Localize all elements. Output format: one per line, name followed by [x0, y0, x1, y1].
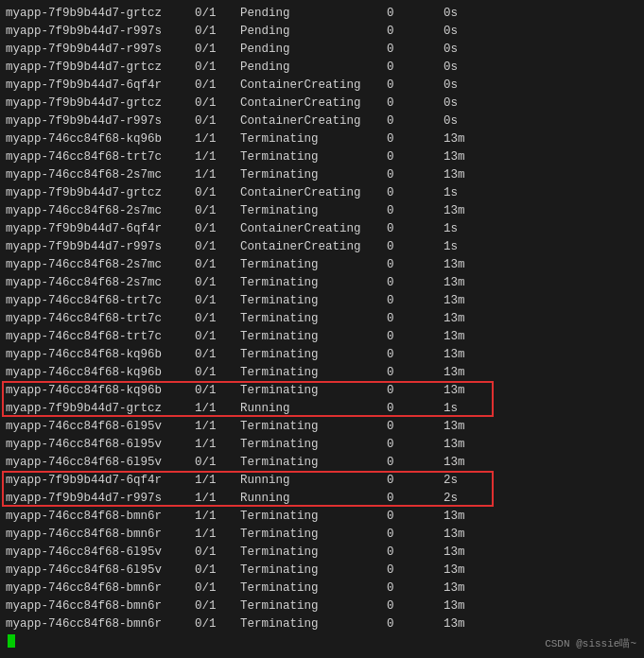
pod-age: 2s: [444, 474, 500, 487]
pod-restarts: 0: [387, 348, 444, 361]
table-row: myapp-746cc84f68-trt7c 1/1 Terminating 0…: [2, 147, 642, 165]
pod-restarts: 0: [387, 528, 444, 541]
pod-name: myapp-7f9b9b44d7-grtcz: [6, 402, 195, 415]
pod-restarts: 0: [387, 384, 444, 397]
pod-ready: 0/1: [195, 330, 240, 343]
pod-name: myapp-7f9b9b44d7-grtcz: [6, 96, 195, 110]
table-row: myapp-7f9b9b44d7-r997s 0/1 Pending 0 0s: [2, 22, 642, 40]
pod-name: myapp-7f9b9b44d7-grtcz: [6, 7, 195, 20]
pod-status: ContainerCreating: [240, 114, 387, 128]
pod-name: myapp-746cc84f68-trt7c: [6, 150, 195, 164]
pod-name: myapp-746cc84f68-kq96b: [6, 132, 195, 146]
pod-age: 13m: [444, 438, 500, 451]
pod-name: myapp-746cc84f68-bmn6r: [6, 581, 195, 595]
pod-restarts: 0: [387, 168, 444, 182]
pod-restarts: 0: [387, 474, 444, 487]
table-row: myapp-7f9b9b44d7-r997s 0/1 Pending 0 0s: [2, 40, 642, 58]
pod-age: 13m: [444, 545, 500, 559]
table-row: myapp-746cc84f68-6l95v 1/1 Terminating 0…: [2, 417, 642, 435]
table-row: myapp-7f9b9b44d7-grtcz 0/1 Pending 0 0s: [2, 58, 642, 76]
pod-status: Pending: [240, 61, 387, 74]
table-row: myapp-746cc84f68-trt7c 0/1 Terminating 0…: [2, 327, 642, 345]
pod-ready: 0/1: [195, 563, 240, 577]
pod-restarts: 0: [387, 617, 444, 631]
pod-ready: 0/1: [195, 617, 240, 631]
pod-status: ContainerCreating: [240, 186, 387, 199]
pod-status: Pending: [240, 7, 387, 20]
pod-ready: 0/1: [195, 294, 240, 307]
pod-status: Terminating: [240, 599, 387, 613]
pod-status: Terminating: [240, 617, 387, 631]
pod-name: myapp-746cc84f68-6l95v: [6, 563, 195, 577]
pod-name: myapp-746cc84f68-bmn6r: [6, 617, 195, 631]
pod-restarts: 0: [387, 420, 444, 433]
pod-status: Terminating: [240, 384, 387, 397]
pod-restarts: 0: [387, 402, 444, 415]
table-row: myapp-746cc84f68-bmn6r 0/1 Terminating 0…: [2, 597, 642, 615]
pod-name: myapp-7f9b9b44d7-6qf4r: [6, 78, 195, 92]
pod-name: myapp-7f9b9b44d7-r997s: [6, 114, 195, 128]
pod-status: Running: [240, 402, 387, 415]
pod-ready: 0/1: [195, 599, 240, 613]
table-row: myapp-746cc84f68-2s7mc 0/1 Terminating 0…: [2, 255, 642, 273]
pod-age: 1s: [444, 222, 500, 235]
table-row: myapp-746cc84f68-6l95v 0/1 Terminating 0…: [2, 561, 642, 579]
pod-ready: 1/1: [195, 438, 240, 451]
pod-ready: 0/1: [195, 545, 240, 559]
pod-status: Pending: [240, 43, 387, 56]
pod-status: ContainerCreating: [240, 222, 387, 235]
pod-name: myapp-746cc84f68-bmn6r: [6, 528, 195, 541]
pod-age: 2s: [444, 492, 500, 505]
pod-name: myapp-746cc84f68-trt7c: [6, 312, 195, 325]
pod-age: 13m: [444, 150, 500, 164]
table-row: myapp-7f9b9b44d7-6qf4r 0/1 ContainerCrea…: [2, 219, 642, 237]
pod-restarts: 0: [387, 492, 444, 505]
pod-status: ContainerCreating: [240, 240, 387, 253]
pod-restarts: 0: [387, 222, 444, 235]
pod-status: Running: [240, 474, 387, 487]
pod-restarts: 0: [387, 132, 444, 146]
pod-status: Terminating: [240, 294, 387, 307]
pod-name: myapp-746cc84f68-6l95v: [6, 545, 195, 559]
pod-restarts: 0: [387, 186, 444, 199]
pod-ready: 0/1: [195, 222, 240, 235]
table-row: myapp-746cc84f68-2s7mc 0/1 Terminating 0…: [2, 273, 642, 291]
pod-name: myapp-746cc84f68-trt7c: [6, 294, 195, 307]
table-row: myapp-7f9b9b44d7-r997s 0/1 ContainerCrea…: [2, 112, 642, 130]
pod-status: Running: [240, 492, 387, 505]
pod-age: 13m: [444, 168, 500, 182]
pod-ready: 1/1: [195, 420, 240, 433]
table-row: myapp-746cc84f68-kq96b 0/1 Terminating 0…: [2, 363, 642, 381]
table-row: myapp-746cc84f68-bmn6r 0/1 Terminating 0…: [2, 579, 642, 597]
pod-age: 13m: [444, 510, 500, 523]
pod-name: myapp-746cc84f68-2s7mc: [6, 258, 195, 271]
pod-ready: 0/1: [195, 366, 240, 379]
pod-age: 13m: [444, 330, 500, 343]
pod-restarts: 0: [387, 599, 444, 613]
pod-ready: 0/1: [195, 186, 240, 199]
pod-ready: 0/1: [195, 78, 240, 92]
pod-age: 0s: [444, 43, 500, 56]
pod-ready: 0/1: [195, 61, 240, 74]
pod-restarts: 0: [387, 330, 444, 343]
pod-status: Terminating: [240, 276, 387, 289]
pod-age: 13m: [444, 204, 500, 217]
pod-restarts: 0: [387, 438, 444, 451]
pod-status: Terminating: [240, 258, 387, 271]
pod-status: Terminating: [240, 563, 387, 577]
pod-status: Terminating: [240, 456, 387, 469]
table-row: myapp-746cc84f68-trt7c 0/1 Terminating 0…: [2, 291, 642, 309]
table-row: myapp-7f9b9b44d7-grtcz 0/1 ContainerCrea…: [2, 183, 642, 201]
pod-name: myapp-7f9b9b44d7-r997s: [6, 492, 195, 505]
pod-name: myapp-7f9b9b44d7-r997s: [6, 43, 195, 56]
pod-restarts: 0: [387, 78, 444, 92]
table-row: myapp-7f9b9b44d7-grtcz 0/1 Pending 0 0s: [2, 4, 642, 22]
pod-ready: 0/1: [195, 240, 240, 253]
pod-ready: 0/1: [195, 43, 240, 56]
pod-age: 13m: [444, 420, 500, 433]
pod-restarts: 0: [387, 545, 444, 559]
pod-restarts: 0: [387, 240, 444, 253]
pod-name: myapp-746cc84f68-kq96b: [6, 384, 195, 397]
table-row: myapp-746cc84f68-kq96b 0/1 Terminating 0…: [2, 381, 642, 399]
pod-age: 13m: [444, 456, 500, 469]
